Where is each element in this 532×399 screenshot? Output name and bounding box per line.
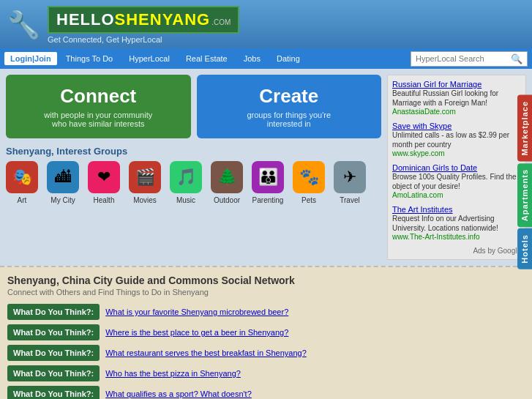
ad-1-url[interactable]: AnastasiaDate.com	[392, 108, 521, 116]
create-subtitle: groups for things you're interested in	[209, 111, 370, 128]
marketplace-tab[interactable]: Marketplace	[517, 95, 532, 162]
ad-3-url[interactable]: AmoLatina.com	[392, 191, 521, 199]
logo-com: .COM	[211, 18, 231, 26]
ad-3: Dominican Girls to Date Browse 100s Qual…	[392, 163, 521, 199]
create-box[interactable]: Create groups for things you're interest…	[197, 75, 382, 138]
travel-label: Travel	[340, 196, 359, 204]
wdyt-badge-3: What Do You Think?:	[7, 345, 100, 361]
tagline: Get Connected, Get HyperLocal	[48, 35, 239, 44]
right-column: Russian Girl for Marriage Beautiful Russ…	[387, 75, 526, 260]
connect-subtitle: with people in your community who have s…	[18, 111, 179, 128]
header-icon: 🔧	[7, 10, 40, 40]
mycity-label: My City	[50, 196, 75, 204]
header: 🔧 HELLOSHENYANG.COM Get Connected, Get H…	[0, 0, 532, 48]
wdyt-badge-1: What Do You Think?:	[7, 304, 100, 320]
ad-4-url[interactable]: www.The-Art-Institutes.info	[392, 233, 521, 241]
group-travel[interactable]: ✈ Travel	[334, 161, 366, 204]
ad-2-title[interactable]: Save with Skype	[392, 122, 521, 130]
movies-label: Movies	[133, 196, 157, 204]
ad-2-desc: Unlimited calls - as low as $2.99 per mo…	[392, 130, 521, 149]
question-link-2[interactable]: Where is the best place to get a beer in…	[105, 328, 288, 337]
search-input[interactable]	[416, 54, 511, 63]
question-row-4: What Do You Think?: Who has the best piz…	[7, 365, 525, 381]
connect-box[interactable]: Connect with people in your community wh…	[6, 75, 191, 138]
right-tabs: Marketplace Apartments Hotels	[517, 95, 532, 269]
interest-groups-section: Shenyang, Interest Groups 🎭 Art 🏙 My Cit…	[6, 146, 381, 204]
health-label: Health	[94, 196, 115, 204]
question-row-1: What Do You Think?: What is your favorit…	[7, 304, 525, 320]
movies-icon: 🎬	[129, 161, 161, 193]
interest-groups-title: Shenyang, Interest Groups	[6, 146, 381, 157]
group-movies[interactable]: 🎬 Movies	[129, 161, 161, 204]
bottom-title: Shenyang, China City Guide and Commons S…	[7, 275, 525, 286]
parenting-icon: 👪	[252, 161, 284, 193]
create-title: Create	[209, 85, 370, 108]
connect-create-section: Connect with people in your community wh…	[6, 75, 381, 138]
nav-hyperlocal[interactable]: HyperLocal	[121, 48, 177, 69]
main-content: Connect with people in your community wh…	[0, 69, 532, 266]
search-box: 🔍	[411, 51, 528, 67]
nav-jobs[interactable]: Jobs	[236, 48, 268, 69]
logo-hello: HELLO	[56, 10, 115, 29]
apartments-tab[interactable]: Apartments	[517, 163, 532, 227]
wdyt-badge-5: What Do You Think?:	[7, 386, 100, 399]
center-column: Connect with people in your community wh…	[6, 75, 381, 260]
nav-things-to-do[interactable]: Things To Do	[59, 48, 121, 69]
group-pets[interactable]: 🐾 Pets	[293, 161, 325, 204]
ad-3-title[interactable]: Dominican Girls to Date	[392, 163, 521, 172]
login-join-button[interactable]: Login|Join	[4, 52, 57, 65]
ad-4: The Art Institutes Request Info on our A…	[392, 205, 521, 241]
question-link-3[interactable]: What restaurant serves the best breakfas…	[105, 348, 307, 357]
search-button[interactable]: 🔍	[511, 53, 522, 64]
nav-dating[interactable]: Dating	[269, 48, 307, 69]
question-link-1[interactable]: What is your favorite Shenyang microbrew…	[105, 307, 288, 316]
mycity-icon: 🏙	[47, 161, 79, 193]
outdoor-icon: 🌲	[211, 161, 243, 193]
hotels-tab[interactable]: Hotels	[517, 228, 532, 269]
logo[interactable]: HELLOSHENYANG.COM	[48, 6, 239, 34]
group-parenting[interactable]: 👪 Parenting	[252, 161, 284, 204]
navbar: Login|Join Things To Do HyperLocal Real …	[0, 48, 532, 69]
ad-4-title[interactable]: The Art Institutes	[392, 205, 521, 214]
wdyt-badge-2: What Do You Think?:	[7, 324, 100, 340]
music-label: Music	[176, 196, 195, 204]
question-row-5: What Do You Think?: What qualifies as a …	[7, 386, 525, 399]
parenting-label: Parenting	[252, 196, 284, 204]
connect-title: Connect	[18, 85, 179, 108]
group-health[interactable]: ❤ Health	[88, 161, 120, 204]
travel-icon: ✈	[334, 161, 366, 193]
ad-1: Russian Girl for Marriage Beautiful Russ…	[392, 80, 521, 116]
ads-box: Russian Girl for Marriage Beautiful Russ…	[387, 75, 526, 260]
ad-2: Save with Skype Unlimited calls - as low…	[392, 122, 521, 157]
nav-real-estate[interactable]: Real Estate	[179, 48, 235, 69]
outdoor-label: Outdoor	[214, 196, 240, 204]
logo-shenyang: SHENYANG	[115, 10, 211, 29]
group-mycity[interactable]: 🏙 My City	[47, 161, 79, 204]
question-link-4[interactable]: Who has the best pizza in Shenyang?	[105, 369, 241, 378]
ad-1-desc: Beautiful Russian Girl looking for Marri…	[392, 89, 521, 108]
bottom-subtitle: Connect with Others and Find Things to D…	[7, 288, 525, 297]
ad-4-desc: Request Info on our Advertising Universi…	[392, 214, 521, 233]
groups-icons: 🎭 Art 🏙 My City ❤ Health 🎬 Movies 🎵	[6, 161, 381, 204]
music-icon: 🎵	[170, 161, 202, 193]
group-outdoor[interactable]: 🌲 Outdoor	[211, 161, 243, 204]
ads-by-google: Ads by Google	[392, 247, 521, 255]
ad-1-title[interactable]: Russian Girl for Marriage	[392, 80, 521, 89]
wdyt-badge-4: What Do You Think?:	[7, 365, 100, 381]
pets-label: Pets	[301, 196, 316, 204]
ad-2-url[interactable]: www.skype.com	[392, 149, 521, 157]
group-music[interactable]: 🎵 Music	[170, 161, 202, 204]
bottom-section: Shenyang, China City Guide and Commons S…	[0, 266, 532, 399]
question-row-3: What Do You Think?: What restaurant serv…	[7, 345, 525, 361]
group-art[interactable]: 🎭 Art	[6, 161, 38, 204]
pets-icon: 🐾	[293, 161, 325, 193]
art-icon: 🎭	[6, 161, 38, 193]
ad-3-desc: Browse 100s Quality Profiles. Find the o…	[392, 172, 521, 191]
question-row-2: What Do You Think?: Where is the best pl…	[7, 324, 525, 340]
question-link-5[interactable]: What qualifies as a sport? What doesn't?	[105, 389, 252, 398]
health-icon: ❤	[88, 161, 120, 193]
art-label: Art	[18, 196, 27, 204]
